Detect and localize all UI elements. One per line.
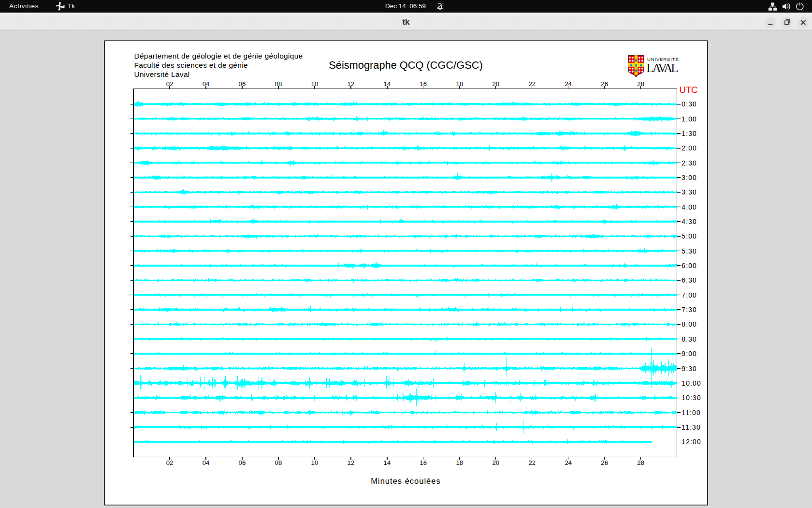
svg-text:08: 08 — [275, 80, 282, 88]
svg-text:UTC: UTC — [679, 85, 697, 95]
svg-text:Université Laval: Université Laval — [134, 70, 190, 78]
svg-text:26: 26 — [601, 459, 608, 466]
svg-text:04: 04 — [203, 459, 210, 466]
svg-text:3:30: 3:30 — [682, 189, 697, 196]
svg-text:6:30: 6:30 — [682, 277, 697, 284]
svg-text:6:00: 6:00 — [682, 262, 697, 269]
svg-text:12:00: 12:00 — [682, 438, 701, 446]
svg-text:10: 10 — [311, 459, 319, 466]
svg-text:4:00: 4:00 — [682, 204, 697, 211]
svg-text:3:00: 3:00 — [682, 174, 697, 181]
svg-text:18: 18 — [456, 80, 463, 88]
svg-text:06: 06 — [239, 80, 246, 88]
svg-text:9:30: 9:30 — [682, 365, 697, 373]
svg-text:5:30: 5:30 — [682, 248, 697, 255]
svg-text:20: 20 — [492, 80, 499, 88]
svg-text:1:30: 1:30 — [682, 130, 697, 137]
svg-text:Faculté des sciences et de gén: Faculté des sciences et de génie — [134, 61, 248, 69]
svg-text:02: 02 — [166, 459, 174, 466]
svg-text:0:30: 0:30 — [682, 101, 697, 108]
svg-text:8:00: 8:00 — [682, 321, 697, 328]
svg-text:18: 18 — [456, 459, 463, 466]
svg-text:04: 04 — [203, 80, 210, 88]
svg-text:9:00: 9:00 — [682, 350, 697, 358]
svg-text:12: 12 — [348, 459, 355, 466]
svg-text:14: 14 — [384, 459, 391, 466]
svg-text:Département de géologie et de: Département de géologie et de génie géol… — [134, 52, 303, 60]
svg-text:4:30: 4:30 — [682, 218, 697, 225]
svg-text:16: 16 — [420, 80, 427, 88]
svg-text:24: 24 — [565, 459, 572, 466]
svg-text:10: 10 — [311, 80, 319, 88]
svg-text:1:00: 1:00 — [682, 116, 697, 123]
svg-text:02: 02 — [166, 80, 174, 88]
svg-text:24: 24 — [565, 80, 572, 88]
svg-text:26: 26 — [601, 80, 608, 88]
svg-text:LAVAL: LAVAL — [647, 61, 679, 75]
svg-text:11:30: 11:30 — [682, 424, 701, 431]
svg-text:11:00: 11:00 — [682, 409, 701, 417]
svg-text:Minutes écoulées: Minutes écoulées — [371, 477, 440, 485]
svg-text:5:00: 5:00 — [682, 233, 697, 240]
svg-text:06: 06 — [239, 459, 246, 466]
svg-text:10:00: 10:00 — [682, 380, 701, 387]
svg-text:7:00: 7:00 — [682, 292, 697, 299]
svg-text:08: 08 — [275, 459, 282, 466]
svg-text:10:30: 10:30 — [682, 394, 701, 402]
svg-text:2:00: 2:00 — [682, 145, 697, 152]
svg-text:28: 28 — [637, 80, 644, 88]
svg-text:8:30: 8:30 — [682, 336, 697, 343]
svg-text:7:30: 7:30 — [682, 306, 697, 314]
svg-text:22: 22 — [528, 80, 536, 88]
svg-text:16: 16 — [420, 459, 427, 466]
svg-text:2:30: 2:30 — [682, 160, 697, 167]
svg-text:14: 14 — [384, 80, 391, 88]
svg-text:12: 12 — [348, 80, 355, 88]
svg-text:20: 20 — [492, 459, 499, 466]
svg-text:Séismographe QCQ (CGC/GSC): Séismographe QCQ (CGC/GSC) — [329, 59, 483, 71]
svg-text:22: 22 — [528, 459, 536, 466]
svg-text:28: 28 — [637, 459, 644, 466]
